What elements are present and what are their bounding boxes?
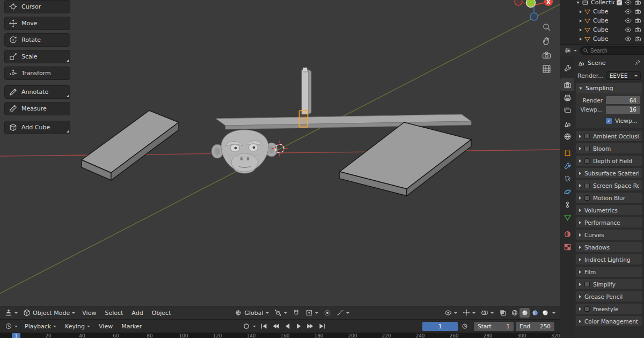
properties-editor-type-button[interactable] bbox=[562, 45, 579, 56]
snap-target-dropdown[interactable] bbox=[303, 307, 321, 318]
menu-add[interactable]: Add bbox=[127, 307, 147, 318]
ortho-grid-icon[interactable] bbox=[542, 64, 551, 74]
visibility-dropdown[interactable] bbox=[442, 307, 460, 318]
outliner-item-cube[interactable]: Cube bbox=[560, 16, 644, 25]
frame-end-field[interactable]: End 250 bbox=[516, 322, 554, 331]
tab-object-data[interactable] bbox=[560, 211, 574, 224]
tab-world[interactable] bbox=[560, 130, 574, 143]
jump-to-start-button[interactable] bbox=[258, 322, 269, 330]
play-button[interactable] bbox=[293, 322, 305, 330]
next-keyframe-button[interactable] bbox=[305, 322, 317, 330]
tab-modifiers[interactable] bbox=[560, 159, 574, 172]
navigation-gizmo[interactable]: X bbox=[509, 0, 558, 24]
tab-tool[interactable] bbox=[560, 62, 574, 75]
previous-keyframe-button[interactable] bbox=[269, 322, 281, 330]
menu-playback[interactable]: Playback bbox=[20, 321, 61, 332]
panel-motion-blur[interactable]: Motion Blur bbox=[576, 193, 642, 203]
camera-icon[interactable] bbox=[634, 0, 641, 6]
camera-icon[interactable] bbox=[634, 26, 641, 33]
menu-select[interactable]: Select bbox=[100, 307, 127, 318]
tool-add-cube[interactable]: Add Cube bbox=[4, 121, 70, 134]
outliner-item-cube[interactable]: Cube bbox=[560, 25, 644, 34]
checkbox[interactable] bbox=[584, 282, 590, 287]
checked-checkbox[interactable] bbox=[606, 118, 612, 124]
panel-performance[interactable]: Performance bbox=[576, 217, 642, 227]
panel-screen-space-reflections[interactable]: Screen Space Reflections bbox=[576, 180, 642, 190]
camera-icon[interactable] bbox=[634, 35, 641, 42]
xray-toggle[interactable] bbox=[496, 307, 509, 318]
tab-view-layer[interactable] bbox=[560, 104, 574, 117]
panel-grease-pencil[interactable]: Grease Pencil bbox=[576, 291, 642, 302]
panel-indirect-lighting[interactable]: Indirect Lighting bbox=[576, 254, 642, 264]
pivot-point-dropdown[interactable] bbox=[272, 307, 290, 318]
frame-start-field[interactable]: Start 1 bbox=[474, 322, 514, 331]
zoom-icon[interactable] bbox=[542, 23, 551, 32]
tool-transform[interactable]: Transform bbox=[4, 67, 70, 80]
tab-constraints[interactable] bbox=[560, 198, 574, 211]
axis-x-negative-handle[interactable] bbox=[515, 0, 522, 5]
checkbox[interactable] bbox=[584, 195, 590, 201]
expand-icon[interactable] bbox=[580, 38, 582, 41]
tool-move[interactable]: Move bbox=[4, 17, 70, 30]
camera-view-icon[interactable] bbox=[542, 50, 551, 60]
falloff-dropdown[interactable] bbox=[334, 307, 352, 318]
exclude-checkbox[interactable] bbox=[617, 0, 622, 5]
checkbox[interactable] bbox=[584, 146, 590, 151]
timeline-ruler[interactable]: 20 40 60 80 100 120 140 160 180 200 220 … bbox=[0, 333, 560, 338]
expand-icon[interactable] bbox=[580, 19, 582, 23]
3d-viewport[interactable]: Cursor Move Rotate Scale Transform A bbox=[0, 0, 560, 306]
expand-icon[interactable] bbox=[580, 10, 582, 13]
tool-rotate[interactable]: Rotate bbox=[4, 33, 70, 47]
jump-to-end-button[interactable] bbox=[317, 322, 328, 330]
editor-type-button[interactable] bbox=[2, 307, 20, 318]
shading-solid-button[interactable] bbox=[519, 308, 530, 318]
panel-freestyle[interactable]: Freestyle bbox=[576, 304, 642, 314]
camera-icon[interactable] bbox=[634, 17, 641, 24]
panel-film[interactable]: Film bbox=[576, 267, 642, 277]
eye-icon[interactable] bbox=[625, 8, 632, 15]
panel-bloom[interactable]: Bloom bbox=[576, 143, 642, 153]
selected-segment[interactable] bbox=[299, 111, 308, 127]
panel-depth-of-field[interactable]: Depth of Field bbox=[576, 156, 642, 166]
tab-scene[interactable] bbox=[560, 117, 574, 130]
tool-measure[interactable]: Measure bbox=[4, 102, 70, 115]
3d-scene[interactable] bbox=[0, 0, 560, 306]
timeline-editor-type-button[interactable] bbox=[2, 321, 20, 332]
tool-cursor[interactable]: Cursor bbox=[4, 0, 70, 13]
shading-dropdown-icon[interactable] bbox=[552, 312, 555, 314]
tool-scale[interactable]: Scale bbox=[4, 50, 70, 63]
panel-ambient-occlusion[interactable]: Ambient Occlusion bbox=[576, 131, 642, 141]
checkbox[interactable] bbox=[584, 158, 590, 164]
beam-object[interactable] bbox=[216, 114, 471, 129]
tab-physics[interactable] bbox=[560, 185, 574, 198]
menu-marker[interactable]: Marker bbox=[117, 321, 146, 332]
proportional-editing-toggle[interactable] bbox=[321, 307, 334, 318]
panel-subsurface-scattering[interactable]: Subsurface Scattering bbox=[576, 168, 642, 178]
current-frame-field[interactable]: 1 bbox=[422, 322, 458, 331]
viewport-samples-field[interactable]: 16 bbox=[606, 106, 640, 114]
search-input[interactable] bbox=[580, 46, 644, 55]
expand-icon[interactable] bbox=[576, 2, 580, 4]
tool-annotate[interactable]: Annotate bbox=[4, 85, 70, 99]
shading-rendered-button[interactable] bbox=[540, 308, 550, 318]
playhead[interactable]: 1 bbox=[12, 333, 20, 338]
menu-keying[interactable]: Keying bbox=[61, 321, 94, 332]
axis-z-negative-handle[interactable] bbox=[530, 13, 538, 20]
tab-output[interactable] bbox=[560, 91, 574, 104]
pin-icon[interactable] bbox=[634, 60, 641, 66]
render-engine-dropdown[interactable]: EEVEE bbox=[606, 71, 641, 80]
sampling-panel-header[interactable]: Sampling bbox=[576, 83, 642, 93]
menu-view[interactable]: View bbox=[78, 307, 100, 318]
play-reverse-button[interactable] bbox=[281, 322, 293, 330]
outliner-collection-row[interactable]: Collection bbox=[560, 0, 644, 7]
keying-set-button[interactable] bbox=[458, 322, 472, 330]
outliner-item-cube[interactable]: Cube bbox=[560, 34, 644, 43]
shading-wireframe-button[interactable] bbox=[509, 308, 519, 318]
panel-color-management[interactable]: Color Management bbox=[576, 316, 642, 326]
panel-shadows[interactable]: Shadows bbox=[576, 242, 642, 252]
axis-y-handle[interactable] bbox=[526, 0, 536, 8]
left-plank-object[interactable] bbox=[82, 111, 179, 180]
post-object[interactable] bbox=[302, 68, 311, 114]
eye-icon[interactable] bbox=[625, 17, 632, 24]
snap-toggle[interactable] bbox=[290, 307, 303, 318]
